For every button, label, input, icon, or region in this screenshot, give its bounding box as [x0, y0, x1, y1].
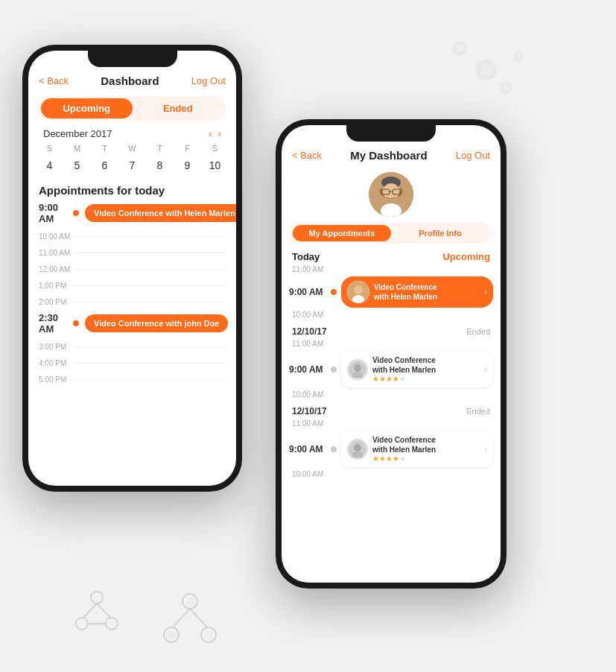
- svg-line-10: [190, 609, 207, 627]
- appt-bubble-helen[interactable]: Video Conference with Helen Marlen: [85, 204, 236, 222]
- ts-label-11am-3: 11:00 AM: [289, 419, 493, 428]
- chevron-2: ›: [484, 364, 487, 375]
- cal-date-5[interactable]: 5: [63, 156, 91, 175]
- chevron-3: ›: [484, 444, 487, 454]
- cal-date-10[interactable]: 10: [201, 156, 229, 175]
- time-slot-10am-2: 10:00 AM: [289, 389, 493, 400]
- time-slot-10am-3: 10:00 AM: [289, 469, 493, 480]
- calendar-day-labels: S M T W T F S: [28, 141, 236, 154]
- stars-2: ★★★★★: [372, 454, 436, 463]
- ts-time-9am-3: 9:00 AM: [289, 444, 326, 454]
- tab-ended[interactable]: Ended: [133, 98, 224, 118]
- phone-1: < Back Dashboard Log Out Upcoming Ended …: [22, 45, 242, 492]
- time-slot-10am: 10:00 AM: [289, 309, 493, 320]
- time-1700: 5:00 PM: [39, 375, 74, 384]
- cal-date-8[interactable]: 8: [146, 156, 174, 175]
- calendar-header: December 2017 ‹ ›: [28, 127, 236, 141]
- time-row-4pm: 4:00 PM: [39, 355, 226, 371]
- cal-next-button[interactable]: ›: [218, 128, 221, 139]
- time-1200: 12:00 AM: [39, 265, 74, 273]
- phone2-title: My Dashboard: [350, 149, 427, 162]
- svg-point-13: [205, 631, 212, 638]
- deco-circle-3: [514, 52, 523, 61]
- ts-row-9am-active: 9:00 AM Video Conferen: [289, 276, 493, 308]
- doctor-avatar: [369, 172, 413, 217]
- day-sun: S: [36, 144, 63, 153]
- ts-dot-gray-1: [331, 367, 337, 373]
- molecule-2: [156, 590, 223, 657]
- ts-card-text-gray-2: Video Conference with Helen Marlen ★★★★★: [372, 435, 436, 463]
- section-divider-2: 12/10/17 Ended: [289, 403, 493, 418]
- day-fri: F: [174, 144, 201, 153]
- phone1-back-button[interactable]: < Back: [39, 75, 69, 86]
- calendar-month-year: December 2017: [43, 128, 112, 139]
- doctor-face-svg: [369, 172, 413, 217]
- scene: < Back Dashboard Log Out Upcoming Ended …: [0, 0, 616, 672]
- svg-point-1: [76, 618, 88, 630]
- cal-date-4[interactable]: 4: [36, 156, 63, 175]
- appt-text-1: Video Conference with Helen Marlen: [94, 209, 235, 218]
- cal-prev-button[interactable]: ‹: [209, 128, 212, 139]
- deco-circle-2: [500, 82, 512, 94]
- ts-card-helen-ended1[interactable]: Video Conference with Helen Marlen ★★★★★…: [341, 351, 493, 387]
- time-row-5pm: 5:00 PM: [39, 371, 226, 387]
- phone2-back-button[interactable]: < Back: [292, 150, 322, 161]
- ts-row-9am-ended2: 9:00 AM Video Conferen: [289, 431, 493, 467]
- svg-point-28: [354, 364, 361, 372]
- day-wed: W: [118, 144, 146, 153]
- cal-date-7[interactable]: 7: [118, 156, 146, 175]
- ts-card-avatar-1: [347, 281, 369, 303]
- time-1300: 1:00 PM: [39, 282, 74, 290]
- time-1500: 3:00 PM: [39, 343, 74, 351]
- appt-dot-2: [73, 320, 79, 326]
- ts-time-9am-2: 9:00 AM: [289, 364, 326, 375]
- svg-point-2: [106, 618, 118, 630]
- ts-row-9am-ended1: 9:00 AM Video Conferen: [289, 351, 493, 387]
- phone2-screen: < Back My Dashboard Log Out: [282, 125, 501, 583]
- svg-point-31: [354, 444, 361, 451]
- phone2-content: < Back My Dashboard Log Out: [282, 125, 501, 583]
- ts-dot-active: [331, 289, 337, 295]
- phone1-content: < Back Dashboard Log Out Upcoming Ended …: [28, 51, 236, 486]
- section-ended-1: Ended: [466, 327, 490, 336]
- phone2-logout-button[interactable]: Log Out: [456, 150, 490, 161]
- doctor-avatar-area: [282, 168, 501, 223]
- appt-dot-1: [73, 210, 79, 216]
- section-date-1: 12/10/17: [292, 326, 327, 337]
- phone1-title: Dashboard: [101, 75, 159, 87]
- ts-card-text-1: Video Conference with Helen Marlen: [374, 282, 437, 302]
- appt-bubble-john[interactable]: Video Conference with john Doe: [85, 314, 228, 332]
- time-row-2pm: 2:00 PM: [39, 294, 226, 310]
- time-230: 2:30 AM: [39, 312, 74, 335]
- time-900: 9:00 AM: [39, 202, 74, 224]
- ts-label-11am-2: 11:00 AM: [289, 340, 493, 348]
- phone2-timeline: 11:00 AM 9:00 AM: [282, 264, 501, 480]
- ts-label-10am: 10:00 AM: [289, 311, 493, 319]
- tab-profile-info[interactable]: Profile Info: [391, 225, 489, 241]
- time-row-9am: 9:00 AM Video Conference with Helen Marl…: [39, 200, 226, 226]
- svg-point-0: [91, 592, 103, 603]
- ts-card-helen-ended2[interactable]: Video Conference with Helen Marlen ★★★★★…: [341, 431, 493, 467]
- time-1600: 4:00 PM: [39, 359, 74, 367]
- ts-card-avatar-gray-1: [347, 359, 368, 380]
- appt-text-2: Video Conference with john Doe: [94, 319, 219, 328]
- cal-date-9[interactable]: 9: [174, 156, 201, 175]
- ts-label-10am-2: 10:00 AM: [289, 390, 493, 399]
- svg-point-12: [168, 631, 175, 638]
- calendar-nav: ‹ ›: [209, 128, 221, 139]
- tab-upcoming[interactable]: Upcoming: [41, 98, 133, 118]
- time-slot-11am: 11:00 AM: [289, 264, 493, 275]
- time-slot-11am-3: 11:00 AM: [289, 418, 493, 429]
- phone2-navbar: < Back My Dashboard Log Out: [282, 145, 501, 168]
- time-row-3pm: 3:00 PM: [39, 338, 226, 355]
- ts-card-helen-active[interactable]: Video Conference with Helen Marlen ›: [341, 276, 493, 308]
- cal-date-6[interactable]: 6: [91, 156, 118, 175]
- card-doctor-svg-1: [347, 281, 369, 303]
- tab-my-appointments[interactable]: My Appontments: [293, 225, 391, 241]
- ts-label-10am-3: 10:00 AM: [289, 470, 493, 478]
- ts-time-9am-1: 9:00 AM: [289, 287, 326, 297]
- svg-point-11: [186, 597, 194, 605]
- deco-circle-1: [476, 60, 497, 80]
- ts-card-text-gray-1: Video Conference with Helen Marlen ★★★★★: [372, 355, 436, 383]
- phone1-logout-button[interactable]: Log Out: [191, 75, 226, 86]
